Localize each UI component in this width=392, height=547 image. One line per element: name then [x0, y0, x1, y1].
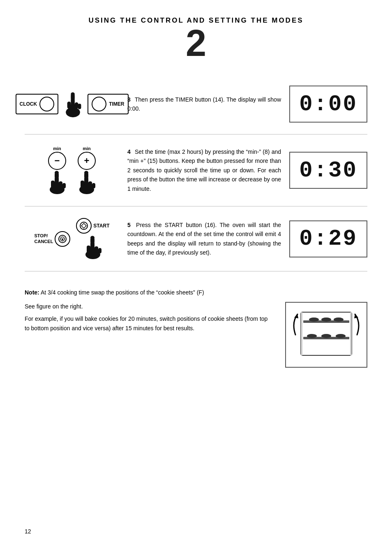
svg-point-36: [90, 236, 95, 240]
svg-rect-19: [81, 181, 84, 188]
step-4-row: min − min: [25, 134, 367, 206]
stop-icon-circle: [55, 231, 70, 247]
svg-point-46: [321, 334, 331, 338]
note-header: Note: At 3/4 cooking time swap the posit…: [25, 288, 367, 298]
svg-point-23: [84, 171, 88, 175]
stop-cancel-label: STOP/CANCEL: [35, 233, 53, 244]
step-5-illustration: STOP/CANCEL: [25, 218, 119, 260]
svg-rect-11: [51, 181, 55, 188]
note-text-column: See figure on the right. For example, if…: [25, 302, 273, 336]
step-5-row: STOP/CANCEL: [25, 206, 367, 271]
section-number: 2: [25, 25, 367, 62]
note-bottom: See figure on the right. For example, if…: [25, 302, 367, 368]
svg-point-15: [55, 171, 59, 175]
start-label: START: [93, 223, 109, 229]
timer-label: TIMER: [109, 101, 124, 107]
svg-point-41: [309, 318, 319, 322]
min-minus-label: min: [53, 146, 61, 151]
hand-start: [82, 235, 104, 260]
hand-pointing-timer: [62, 91, 84, 118]
svg-point-7: [71, 92, 75, 96]
step-4-display: 0:30: [289, 152, 367, 189]
svg-rect-5: [78, 104, 81, 109]
svg-point-45: [307, 334, 317, 338]
clock-label: CLOCK: [20, 101, 37, 107]
svg-point-43: [334, 318, 344, 322]
svg-rect-21: [92, 183, 95, 188]
note-body-text: For example, if you will bake cookies fo…: [25, 314, 273, 334]
clock-circle: [39, 97, 54, 111]
step-5-display: 0:29: [289, 220, 367, 257]
svg-marker-26: [61, 239, 64, 241]
plus-circle: +: [78, 152, 96, 170]
start-icon-circle: [76, 218, 92, 234]
clock-button-illustration: CLOCK: [16, 94, 59, 114]
note-section: Note: At 3/4 cooking time swap the posit…: [25, 288, 367, 368]
min-plus-label: min: [83, 146, 91, 151]
min-minus-group: min −: [46, 146, 68, 195]
svg-point-42: [321, 318, 331, 322]
svg-rect-32: [87, 246, 90, 253]
hand-minus: [46, 171, 68, 195]
step-3-text: 3 Then press the TIMER button (14). The …: [127, 95, 281, 114]
stop-cancel-illustration: STOP/CANCEL: [35, 231, 71, 247]
timer-circle: [92, 97, 106, 111]
hand-plus: [76, 171, 97, 195]
min-plus-group: min +: [76, 146, 97, 195]
svg-rect-13: [62, 183, 66, 188]
svg-rect-33: [95, 246, 98, 253]
svg-rect-34: [98, 248, 101, 253]
step-3-display: 0:00: [289, 86, 367, 123]
svg-rect-12: [59, 181, 62, 188]
svg-rect-3: [67, 102, 71, 109]
svg-rect-4: [75, 102, 78, 109]
step-4-text: 4 Set the time (max 2 hours) by pressing…: [127, 147, 281, 193]
step-4-illustration: min − min: [25, 146, 119, 195]
svg-point-47: [336, 334, 346, 338]
step-3-row: CLOCK TIMER 3 Then pre: [25, 74, 367, 134]
minus-circle: −: [48, 152, 66, 170]
step-5-text: 5 Press the START button (16). The oven …: [127, 220, 281, 257]
see-figure-text: See figure on the right.: [25, 302, 273, 312]
svg-rect-20: [88, 181, 92, 188]
page-number: 12: [25, 528, 31, 535]
svg-rect-49: [350, 312, 352, 355]
svg-marker-28: [81, 223, 86, 228]
svg-rect-48: [301, 312, 302, 355]
start-illustration: START: [76, 218, 109, 260]
timer-button-illustration: TIMER: [88, 94, 128, 114]
step-3-illustration: CLOCK TIMER: [25, 91, 119, 118]
oven-illustration: [285, 302, 367, 368]
